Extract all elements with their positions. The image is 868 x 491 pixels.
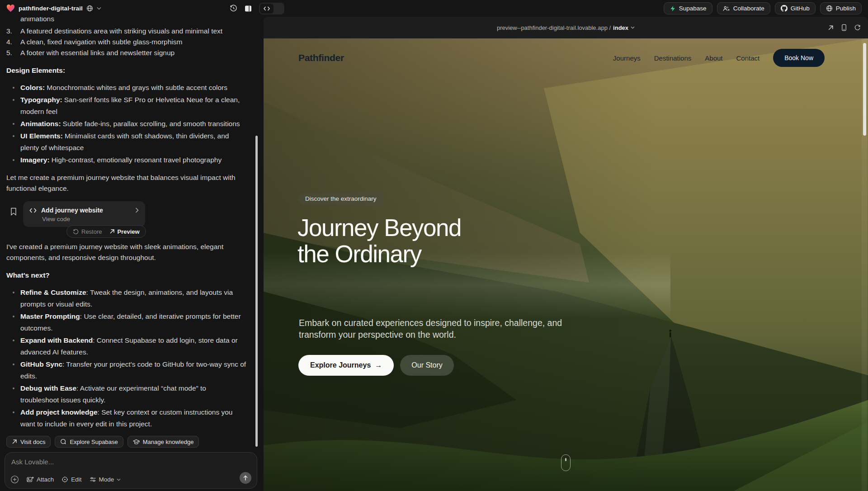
next-item: GitHub Sync: Transfer your project's cod…	[6, 359, 246, 382]
app-topbar: pathfinder-digital-trail	[0, 0, 868, 17]
project-name: pathfinder-digital-trail	[19, 5, 83, 12]
manage-knowledge-button[interactable]: Manage knowledge	[127, 436, 199, 448]
whats-next-list: Refine & Customize: Tweak the design, an…	[6, 287, 246, 430]
topbar-tools	[230, 0, 284, 17]
numbered-item: 5. A footer with essential links and new…	[6, 47, 246, 58]
collaborate-button[interactable]: Collaborate	[717, 2, 770, 14]
hero-heading: Journey Beyond the Ordinary	[297, 215, 461, 267]
chat-panel: animations 3. A featured destinations ar…	[0, 17, 259, 491]
arrow-right-icon: →	[375, 361, 382, 369]
result-paragraph: I've created a premium journey website w…	[6, 241, 246, 263]
nav-link[interactable]: About	[705, 54, 722, 62]
next-item: Refine & Customize: Tweak the design, an…	[6, 287, 246, 310]
design-elements-list: Colors:Monochromatic whites and grays wi…	[6, 82, 246, 166]
nav-link[interactable]: Journeys	[613, 54, 641, 62]
chevron-right-icon	[135, 208, 139, 213]
design-item: Imagery:High-contrast, emotionally reson…	[6, 154, 246, 166]
chevron-down-icon	[631, 26, 635, 29]
chat-composer[interactable]: Attach Edit Mode	[5, 452, 257, 489]
artifact-title: Add journey website	[41, 207, 131, 214]
lead-paragraph: Let me create a premium journey website …	[6, 172, 246, 194]
hero-badge: Discover the extraordinary	[298, 193, 383, 204]
site-navbar: Pathfinder Journeys Destinations About C…	[264, 38, 868, 77]
project-switcher[interactable]: pathfinder-digital-trail	[6, 5, 101, 12]
arrow-up-icon	[243, 475, 248, 481]
mode-button[interactable]: Mode	[90, 476, 121, 483]
restore-button[interactable]: Restore	[73, 228, 102, 235]
numbered-list: 3. A featured destinations area with str…	[6, 26, 246, 58]
numbered-item: 4. A clean, fixed navigation with subtle…	[6, 37, 246, 47]
chat-scrollbar-thumb[interactable]	[255, 136, 258, 447]
chat-input[interactable]	[11, 458, 179, 466]
suggestion-chips: Visit docs Explore Supabase Manage knowl…	[0, 432, 259, 452]
chevron-down-icon	[97, 7, 101, 10]
refresh-button[interactable]	[854, 24, 861, 31]
hero-subheading: Embark on curated experiences designed t…	[299, 317, 575, 340]
hero-heading-line1: Journey Beyond	[297, 215, 461, 241]
design-item: UI Elements:Minimalist cards with soft s…	[6, 130, 246, 154]
next-item: Debug with Ease: Activate our experiment…	[6, 382, 246, 406]
sidebar-panel-icon	[245, 5, 252, 12]
lovable-heart-logo	[6, 5, 15, 12]
chat-bubble-icon	[60, 439, 66, 445]
site-logo[interactable]: Pathfinder	[298, 52, 344, 63]
next-item: Expand with Backend: Connect Supabase to…	[6, 335, 246, 358]
github-icon	[781, 5, 788, 12]
code-icon	[264, 6, 270, 11]
code-preview-toggle[interactable]	[259, 3, 284, 14]
supabase-button[interactable]: Supabase	[664, 2, 712, 14]
refresh-icon	[854, 24, 861, 31]
edit-button[interactable]: Edit	[61, 476, 81, 483]
add-button[interactable]	[10, 475, 19, 484]
sidebar-toggle-button[interactable]	[245, 5, 252, 12]
artifact-card[interactable]: Add journey website View code	[23, 201, 145, 227]
plus-circle-icon	[10, 475, 19, 484]
nav-link[interactable]: Contact	[736, 54, 760, 62]
code-view-segment[interactable]	[260, 4, 274, 14]
view-code-link[interactable]: View code	[42, 216, 139, 222]
visit-docs-button[interactable]: Visit docs	[6, 436, 51, 448]
code-artifact: Add journey website View code Restore	[10, 201, 246, 227]
bookmark-icon[interactable]	[10, 208, 17, 216]
nav-link[interactable]: Destinations	[654, 54, 692, 62]
explore-journeys-button[interactable]: Explore Journeys →	[298, 355, 394, 376]
book-now-button[interactable]: Book Now	[773, 49, 825, 67]
next-item: Master Prompting: Use clear, detailed, a…	[6, 311, 246, 334]
preview-url[interactable]: preview--pathfinder-digital-trail.lovabl…	[497, 24, 635, 31]
scroll-indicator-icon	[561, 454, 571, 471]
website-preview: Pathfinder Journeys Destinations About C…	[264, 38, 868, 491]
globe-icon	[86, 5, 93, 12]
design-item: Animations:Subtle fade-ins, parallax scr…	[6, 118, 246, 130]
restore-icon	[73, 229, 79, 235]
chevron-down-icon	[117, 478, 121, 481]
preview-urlbar: preview--pathfinder-digital-trail.lovabl…	[264, 17, 868, 38]
target-edit-icon	[61, 476, 68, 483]
urlbar-actions	[828, 17, 861, 38]
composer-toolbar: Attach Edit Mode	[10, 475, 121, 484]
site-nav-links: Journeys Destinations About Contact	[613, 54, 760, 62]
our-story-button[interactable]: Our Story	[400, 355, 453, 376]
design-item: Typography:San-serif fonts like SF Pro o…	[6, 94, 246, 118]
preview-panel: preview--pathfinder-digital-trail.lovabl…	[264, 17, 868, 491]
arrow-up-right-icon	[109, 229, 115, 234]
image-attach-icon	[27, 476, 34, 483]
preview-button[interactable]: Preview	[109, 228, 140, 235]
open-external-button[interactable]	[828, 25, 834, 31]
send-button[interactable]	[240, 472, 251, 484]
code-icon	[29, 208, 37, 213]
artifact-hover-actions: Restore Preview	[66, 225, 146, 238]
numbered-item: 3. A featured destinations area with str…	[6, 26, 246, 37]
attach-button[interactable]: Attach	[27, 476, 54, 483]
preview-view-segment[interactable]	[274, 4, 283, 14]
arrow-up-right-icon	[12, 439, 17, 444]
history-button[interactable]	[230, 5, 237, 12]
publish-button[interactable]: Publish	[820, 2, 862, 14]
topbar-actions: Supabase Collaborate GitHub Publ	[664, 2, 862, 14]
design-item: Colors:Monochromatic whites and grays wi…	[6, 82, 246, 94]
history-clock-icon	[230, 5, 237, 12]
github-button[interactable]: GitHub	[775, 2, 816, 14]
supabase-bolt-icon	[670, 5, 676, 12]
preview-scrollbar-thumb[interactable]	[863, 43, 866, 136]
explore-supabase-button[interactable]: Explore Supabase	[55, 436, 123, 448]
mobile-view-button[interactable]	[841, 24, 847, 31]
